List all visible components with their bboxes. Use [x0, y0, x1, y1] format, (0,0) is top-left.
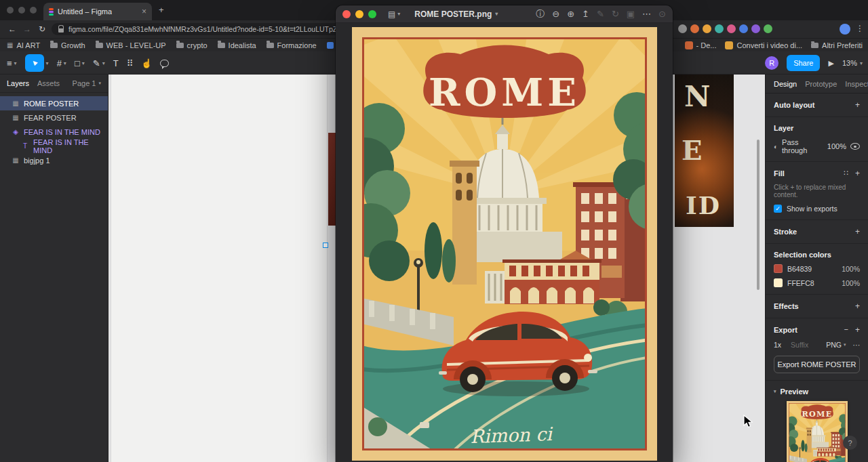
- add-fill-button[interactable]: +: [855, 169, 860, 178]
- quicklook-content: [336, 23, 673, 461]
- artboard[interactable]: [111, 75, 327, 462]
- rotate-icon[interactable]: ↻: [612, 9, 619, 19]
- new-tab-button[interactable]: +: [159, 5, 164, 15]
- zoom-in-icon[interactable]: ⊕: [567, 9, 574, 19]
- layer-opacity-field[interactable]: 100%: [827, 142, 846, 150]
- show-in-exports-checkbox[interactable]: ✓: [774, 205, 782, 213]
- ql-sidebar-toggle[interactable]: ▤▾: [388, 9, 400, 19]
- image-layer-icon: ▦: [12, 156, 20, 164]
- info-icon[interactable]: ⓘ: [536, 8, 545, 20]
- tab-inspect[interactable]: Inspect: [845, 80, 868, 88]
- browser-menu-icon[interactable]: ⋮: [856, 24, 864, 33]
- shape-tool-button[interactable]: □▾: [72, 51, 87, 75]
- export-button[interactable]: Export ROME POSTER: [774, 356, 860, 373]
- pen-tool-button[interactable]: ✎▾: [90, 51, 108, 75]
- window-zoom-button[interactable]: [30, 7, 37, 14]
- rome-poster-image[interactable]: [352, 27, 657, 461]
- browser-tab[interactable]: Untitled – Figma ×: [43, 3, 152, 20]
- comment-tool-button[interactable]: [157, 51, 172, 75]
- selection-handle[interactable]: [323, 243, 328, 248]
- tab-assets[interactable]: Assets: [37, 79, 60, 87]
- bookmark-item[interactable]: Formazione: [267, 41, 317, 49]
- folder-icon: [96, 43, 103, 48]
- frame-tool-button[interactable]: #▾: [54, 51, 69, 75]
- extension-icon[interactable]: [764, 24, 772, 33]
- bookmark-other-favorites[interactable]: Altri Preferiti: [811, 41, 863, 49]
- add-export-button[interactable]: +: [855, 325, 860, 335]
- forward-button[interactable]: →: [20, 24, 34, 34]
- selection-color-row[interactable]: B64839 100%: [774, 264, 860, 273]
- ql-minimize-button[interactable]: [355, 10, 363, 18]
- tab-design[interactable]: Design: [774, 80, 797, 88]
- bookmark-item[interactable]: Idealista: [218, 41, 256, 49]
- effects-label: Effects: [774, 302, 799, 310]
- zoom-select[interactable]: 13%▾: [842, 59, 863, 67]
- export-settings-icon[interactable]: ⋯: [853, 341, 861, 349]
- export-suffix-input[interactable]: Suffix: [791, 341, 826, 349]
- fill-styles-icon[interactable]: ∷: [844, 169, 848, 178]
- open-with-icon[interactable]: ▣: [627, 9, 635, 19]
- layer-row[interactable]: ▦bigjpg 1: [0, 153, 108, 167]
- main-menu-button[interactable]: ≡▾: [4, 51, 20, 75]
- browser-profile-avatar[interactable]: [840, 24, 850, 35]
- extension-icon[interactable]: [690, 24, 699, 33]
- markup-icon[interactable]: ✎: [597, 9, 604, 19]
- blend-mode-select[interactable]: Pass through: [782, 138, 823, 154]
- layer-row[interactable]: ▦FEAR POSTER: [0, 110, 108, 125]
- back-button[interactable]: ←: [5, 24, 19, 34]
- zoom-out-icon[interactable]: ⊖: [552, 9, 559, 19]
- more-icon[interactable]: ⋯: [642, 9, 651, 19]
- bookmark-item[interactable]: Growth: [50, 41, 85, 49]
- export-format-select[interactable]: PNG▾: [826, 341, 846, 349]
- export-scale-select[interactable]: 1x: [774, 341, 781, 349]
- selection-color-row[interactable]: FFEFC8 100%: [774, 278, 860, 287]
- quicklook-titlebar[interactable]: ▤▾ ROME POSTER.png▾ ⓘ ⊖ ⊕ ↥ ✎ ↻ ▣ ⋯ ⊙: [336, 5, 673, 23]
- browser-window-controls[interactable]: [7, 7, 37, 14]
- text-tool-button[interactable]: T: [111, 51, 121, 75]
- bookmark-item[interactable]: - De...: [685, 41, 717, 49]
- add-effect-button[interactable]: +: [855, 301, 860, 311]
- color-swatch[interactable]: [774, 278, 783, 287]
- help-button[interactable]: ?: [843, 436, 857, 450]
- move-tool-button[interactable]: ►▾: [22, 51, 52, 75]
- extension-icon[interactable]: [751, 24, 760, 33]
- bookmark-item[interactable]: crypto: [176, 41, 208, 49]
- ql-close-button[interactable]: [342, 10, 351, 18]
- add-auto-layout-button[interactable]: +: [855, 100, 860, 110]
- extension-icon[interactable]: [715, 24, 724, 33]
- extension-icon[interactable]: [678, 24, 687, 33]
- remove-export-button[interactable]: −: [844, 325, 848, 335]
- preview-header[interactable]: ▾ Preview: [774, 387, 860, 396]
- extension-icon[interactable]: [703, 24, 711, 33]
- tab-close-icon[interactable]: ×: [142, 7, 146, 16]
- layer-row[interactable]: ▦ROME POSTER: [0, 96, 108, 110]
- ql-zoom-button[interactable]: [368, 10, 376, 18]
- tab-layers[interactable]: Layers: [7, 79, 29, 87]
- color-swatch[interactable]: [774, 264, 783, 273]
- preview-section: ▾ Preview: [766, 381, 868, 462]
- bookmark-item[interactable]: WEB - LEVEL-UP: [96, 41, 166, 49]
- search-icon[interactable]: ⊙: [658, 9, 666, 19]
- share-icon[interactable]: ↥: [582, 9, 589, 19]
- hand-tool-button[interactable]: ☝: [138, 51, 155, 75]
- add-stroke-button[interactable]: +: [855, 227, 860, 236]
- window-minimize-button[interactable]: [18, 7, 25, 14]
- bookmark-item[interactable]: ▦AI ART: [7, 41, 40, 49]
- page-select[interactable]: Page 1▾: [73, 79, 101, 87]
- canvas-scrollbar[interactable]: [757, 140, 760, 290]
- fear-poster-canvas[interactable]: N E ID: [675, 75, 734, 227]
- bookmark-item[interactable]: Converti i video di...: [725, 41, 802, 49]
- window-close-button[interactable]: [7, 7, 14, 14]
- visibility-eye-icon[interactable]: [850, 143, 860, 150]
- extension-icon[interactable]: [727, 24, 736, 33]
- reload-button[interactable]: ↻: [35, 24, 49, 34]
- layer-row[interactable]: TFEAR IS IN THE MIND: [0, 139, 108, 153]
- resources-button[interactable]: ⠿: [124, 51, 136, 75]
- present-button[interactable]: ▶: [828, 59, 833, 68]
- user-avatar[interactable]: R: [765, 56, 778, 70]
- layer-row[interactable]: ◈FEAR IS IN THE MIND: [0, 125, 108, 139]
- share-button[interactable]: Share: [787, 55, 820, 71]
- tab-prototype[interactable]: Prototype: [805, 80, 837, 88]
- extension-icon[interactable]: [739, 24, 748, 33]
- quicklook-window[interactable]: ▤▾ ROME POSTER.png▾ ⓘ ⊖ ⊕ ↥ ✎ ↻ ▣ ⋯ ⊙: [336, 5, 673, 462]
